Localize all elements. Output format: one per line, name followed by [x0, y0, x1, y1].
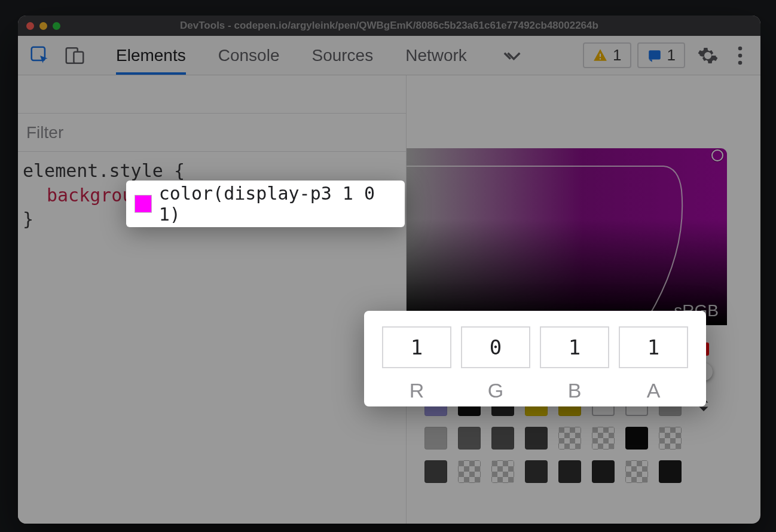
- rgba-inputs-popup: 1 R 0 G 1 B 1 A: [364, 311, 706, 406]
- svg-rect-3: [600, 53, 601, 56]
- palette-swatch[interactable]: [458, 460, 481, 483]
- window-title: DevTools - codepen.io/argyleink/pen/QWBg…: [18, 20, 760, 32]
- svg-rect-2: [74, 51, 83, 63]
- palette-swatch[interactable]: [491, 460, 514, 483]
- svg-point-7: [738, 53, 743, 57]
- close-brace: }: [23, 209, 33, 230]
- device-toolbar-icon[interactable]: [63, 44, 86, 67]
- styles-pane: element.style { background }: [18, 75, 407, 524]
- zoom-window-button[interactable]: [53, 22, 60, 30]
- titlebar: DevTools - codepen.io/argyleink/pen/QWBg…: [18, 16, 760, 36]
- palette-swatch[interactable]: [625, 427, 648, 450]
- styles-filter-input[interactable]: [26, 123, 398, 142]
- issues-count: 1: [667, 46, 676, 65]
- palette-swatch[interactable]: [592, 427, 615, 450]
- svg-rect-5: [649, 50, 661, 59]
- css-value-popup: color(display-p3 1 0 1): [126, 181, 405, 227]
- open-brace: {: [174, 160, 185, 181]
- panel-body: element.style { background } sRGB: [18, 75, 760, 524]
- palette-swatch[interactable]: [625, 460, 648, 483]
- warnings-count: 1: [613, 46, 621, 65]
- panel-tabs: Elements Console Sources Network: [116, 36, 467, 75]
- tab-network[interactable]: Network: [405, 36, 467, 75]
- minimize-window-button[interactable]: [39, 22, 47, 30]
- channel-a-input[interactable]: 1: [619, 326, 688, 368]
- palette-swatch[interactable]: [592, 460, 615, 483]
- channel-a-label: A: [647, 379, 661, 402]
- palette-swatch[interactable]: [558, 460, 581, 483]
- more-menu-icon[interactable]: [731, 45, 750, 66]
- gamut-handle[interactable]: [711, 149, 723, 161]
- devtools-window: DevTools - codepen.io/argyleink/pen/QWBg…: [18, 16, 760, 524]
- channel-g-input[interactable]: 0: [461, 326, 530, 368]
- palette-swatch[interactable]: [424, 427, 447, 450]
- channel-r-input[interactable]: 1: [382, 326, 451, 368]
- css-selector[interactable]: element.style: [23, 160, 163, 181]
- close-window-button[interactable]: [26, 22, 34, 30]
- tab-sources[interactable]: Sources: [311, 36, 373, 75]
- palette-swatch[interactable]: [525, 460, 548, 483]
- gamut-canvas[interactable]: sRGB: [407, 148, 727, 325]
- inspect-element-icon[interactable]: [29, 44, 51, 67]
- svg-point-6: [738, 46, 743, 50]
- channel-r-label: R: [410, 379, 424, 402]
- palette-swatch[interactable]: [558, 427, 581, 450]
- filter-row: [18, 114, 406, 152]
- channel-b-input[interactable]: 1: [540, 326, 609, 368]
- issues-badge[interactable]: 1: [637, 42, 685, 68]
- window-controls: [26, 22, 60, 30]
- channel-g-label: G: [488, 379, 503, 402]
- svg-point-8: [738, 60, 743, 65]
- tab-console[interactable]: Console: [218, 36, 280, 75]
- warnings-badge[interactable]: 1: [583, 42, 631, 68]
- svg-rect-4: [600, 58, 601, 59]
- css-value-text[interactable]: color(display-p3 1 0 1): [159, 183, 396, 225]
- settings-icon[interactable]: [691, 45, 725, 66]
- color-swatch-icon[interactable]: [135, 195, 152, 213]
- palette-swatch[interactable]: [659, 460, 682, 483]
- channel-b-label: B: [568, 379, 582, 402]
- tab-elements[interactable]: Elements: [116, 36, 186, 75]
- palette-swatch[interactable]: [491, 427, 514, 450]
- more-tabs-icon[interactable]: [503, 45, 523, 66]
- palette-swatch[interactable]: [659, 427, 682, 450]
- palette-swatch[interactable]: [525, 427, 548, 450]
- palette-swatch[interactable]: [424, 460, 447, 483]
- devtools-toolbar: Elements Console Sources Network 1 1: [18, 36, 760, 75]
- styles-tabbar: [18, 75, 406, 114]
- palette-swatch[interactable]: [458, 427, 481, 450]
